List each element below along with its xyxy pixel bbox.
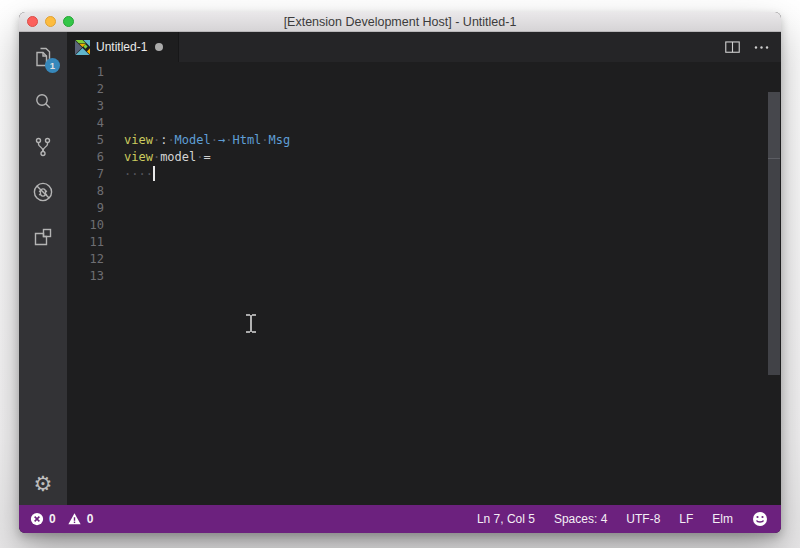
code-content — [104, 234, 124, 251]
search-icon — [31, 90, 55, 114]
more-actions-icon[interactable] — [752, 38, 771, 57]
tab-untitled-1[interactable]: Untitled-1 — [67, 32, 179, 62]
code-line[interactable]: 6view·model·= — [67, 149, 781, 166]
line-number: 8 — [67, 183, 104, 200]
tab-bar: Untitled-1 — [67, 32, 781, 62]
code-content — [104, 183, 124, 200]
modified-dot-icon[interactable] — [155, 43, 163, 51]
code-line[interactable]: 2 — [67, 81, 781, 98]
git-branch-icon — [31, 135, 55, 159]
scrollbar[interactable] — [768, 92, 780, 375]
code-line[interactable]: 1 — [67, 64, 781, 81]
feedback-smiley-icon[interactable] — [752, 511, 768, 527]
elm-file-icon — [75, 40, 90, 55]
status-right-items: Ln 7, Col 5Spaces: 4UTF-8LFElm — [477, 512, 733, 526]
close-window-button[interactable] — [27, 16, 38, 27]
debug-disabled-icon — [31, 180, 55, 204]
code-line[interactable]: 13 — [67, 268, 781, 285]
line-number: 13 — [67, 268, 104, 285]
zoom-window-button[interactable] — [63, 16, 74, 27]
sidebar-item-explorer[interactable]: 1 — [19, 34, 67, 79]
code-content: view·:·Model·→·Html·Msg — [104, 132, 290, 149]
code-line[interactable]: 4 — [67, 115, 781, 132]
line-number: 2 — [67, 81, 104, 98]
code-content — [104, 64, 124, 81]
code-content — [104, 268, 124, 285]
code-content — [104, 81, 124, 98]
editor-lines: 12345view·:·Model·→·Html·Msg6view·model·… — [67, 64, 781, 285]
code-line[interactable]: 3 — [67, 98, 781, 115]
window-title: [Extension Development Host] - Untitled-… — [19, 15, 781, 29]
line-number: 12 — [67, 251, 104, 268]
status-item[interactable]: Elm — [712, 512, 733, 526]
code-line[interactable]: 7···· — [67, 166, 781, 183]
minimize-window-button[interactable] — [45, 16, 56, 27]
code-line[interactable]: 5view·:·Model·→·Html·Msg — [67, 132, 781, 149]
traffic-lights — [27, 16, 74, 27]
warning-count[interactable]: 0 — [87, 512, 94, 526]
code-content — [104, 115, 124, 132]
code-editor[interactable]: 12345view·:·Model·→·Html·Msg6view·model·… — [67, 62, 781, 505]
code-content — [104, 200, 124, 217]
error-count[interactable]: 0 — [49, 512, 56, 526]
line-number: 5 — [67, 132, 104, 149]
titlebar[interactable]: [Extension Development Host] - Untitled-… — [19, 12, 781, 32]
code-content — [104, 251, 124, 268]
sidebar-item-extensions[interactable] — [19, 214, 67, 259]
line-number: 7 — [67, 166, 104, 183]
line-number: 1 — [67, 64, 104, 81]
status-item[interactable]: Ln 7, Col 5 — [477, 512, 535, 526]
vscode-window: [Extension Development Host] - Untitled-… — [19, 12, 781, 533]
tab-label: Untitled-1 — [96, 40, 147, 54]
line-number: 4 — [67, 115, 104, 132]
text-caret — [153, 166, 155, 181]
warnings-icon[interactable] — [67, 512, 82, 526]
editor-group: Untitled-1 12345view·:·Model·→ — [67, 32, 781, 505]
sidebar-item-search[interactable] — [19, 79, 67, 124]
code-content — [104, 217, 124, 234]
sidebar-item-debug-disabled[interactable] — [19, 169, 67, 214]
activity-bar: 1 — [19, 32, 67, 505]
extensions-icon — [31, 225, 55, 249]
code-line[interactable]: 9 — [67, 200, 781, 217]
code-content: view·model·= — [104, 149, 211, 166]
code-line[interactable]: 8 — [67, 183, 781, 200]
explorer-badge: 1 — [45, 58, 60, 73]
settings-gear-icon[interactable]: ⚙ — [34, 463, 53, 505]
line-number: 3 — [67, 98, 104, 115]
line-number: 10 — [67, 217, 104, 234]
status-item[interactable]: UTF-8 — [626, 512, 660, 526]
code-line[interactable]: 10 — [67, 217, 781, 234]
status-item[interactable]: LF — [679, 512, 693, 526]
sidebar-item-source-control[interactable] — [19, 124, 67, 169]
errors-icon[interactable] — [30, 512, 44, 526]
line-number: 6 — [67, 149, 104, 166]
code-content: ···· — [104, 166, 155, 183]
code-line[interactable]: 11 — [67, 234, 781, 251]
split-editor-icon[interactable] — [723, 38, 742, 57]
code-content — [104, 98, 124, 115]
mouse-cursor-ibeam — [243, 312, 259, 336]
line-number: 9 — [67, 200, 104, 217]
status-item[interactable]: Spaces: 4 — [554, 512, 607, 526]
line-number: 11 — [67, 234, 104, 251]
code-line[interactable]: 12 — [67, 251, 781, 268]
status-bar: 0 0 Ln 7, Col 5Spaces: 4UTF-8LFElm — [19, 505, 781, 533]
